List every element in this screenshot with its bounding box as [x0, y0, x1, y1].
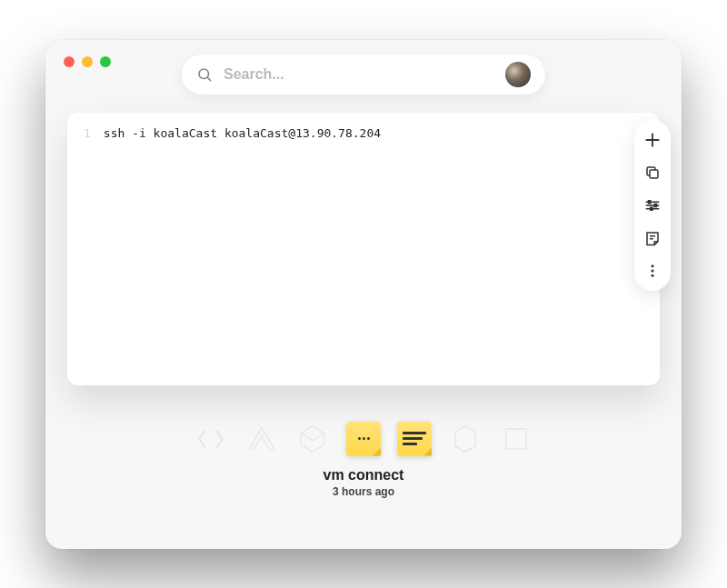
- note-icon: [644, 230, 661, 246]
- more-button[interactable]: [642, 260, 663, 282]
- svg-rect-8: [649, 200, 651, 203]
- sticky-lines-icon: [403, 432, 427, 445]
- svg-point-14: [652, 269, 654, 272]
- side-toolbar: [634, 120, 671, 291]
- strip-thumb[interactable]: [448, 422, 483, 456]
- svg-rect-16: [506, 428, 526, 448]
- item-time: 3 hours ago: [67, 485, 660, 498]
- app-window: 1 ssh -i koalaCast koalaCast@13.90.78.20…: [45, 40, 682, 549]
- code-line: 1 ssh -i koalaCast koalaCast@13.90.78.20…: [84, 125, 643, 142]
- search-input[interactable]: [224, 66, 494, 83]
- svg-line-1: [207, 77, 210, 80]
- copy-button[interactable]: [642, 162, 663, 184]
- more-icon: [644, 263, 661, 279]
- tune-icon: [644, 197, 661, 214]
- strip-thumb[interactable]: [499, 422, 533, 456]
- copy-icon: [644, 164, 661, 181]
- svg-rect-10: [651, 207, 652, 210]
- svg-point-15: [652, 274, 654, 276]
- strip-thumb[interactable]: [244, 422, 279, 456]
- code-text: ssh -i koalaCast koalaCast@13.90.78.204: [104, 125, 381, 142]
- svg-rect-4: [650, 170, 658, 178]
- strip-thumb[interactable]: [397, 422, 432, 456]
- minimize-button[interactable]: [82, 56, 93, 67]
- sticky-dots-icon: [358, 437, 370, 440]
- note-button[interactable]: [642, 227, 663, 249]
- snippet-card[interactable]: 1 ssh -i koalaCast koalaCast@13.90.78.20…: [67, 113, 660, 385]
- item-meta: vm connect 3 hours ago: [67, 467, 660, 498]
- tune-button[interactable]: [642, 194, 663, 216]
- window-traffic-lights: [64, 56, 111, 67]
- main-stage: 1 ssh -i koalaCast koalaCast@13.90.78.20…: [45, 95, 682, 549]
- maximize-button[interactable]: [100, 56, 111, 67]
- avatar[interactable]: [505, 62, 531, 87]
- item-strip: [67, 422, 660, 456]
- search-icon: [196, 66, 213, 83]
- strip-thumb[interactable]: [295, 422, 330, 456]
- close-button[interactable]: [64, 56, 75, 67]
- add-button[interactable]: [642, 129, 663, 151]
- add-icon: [643, 131, 662, 149]
- svg-point-13: [652, 264, 654, 267]
- line-number: 1: [84, 125, 91, 142]
- strip-thumb-active[interactable]: [346, 422, 381, 456]
- strip-thumb[interactable]: [194, 422, 228, 456]
- search-bar[interactable]: [182, 55, 545, 95]
- item-title: vm connect: [67, 467, 660, 483]
- svg-rect-9: [654, 204, 656, 206]
